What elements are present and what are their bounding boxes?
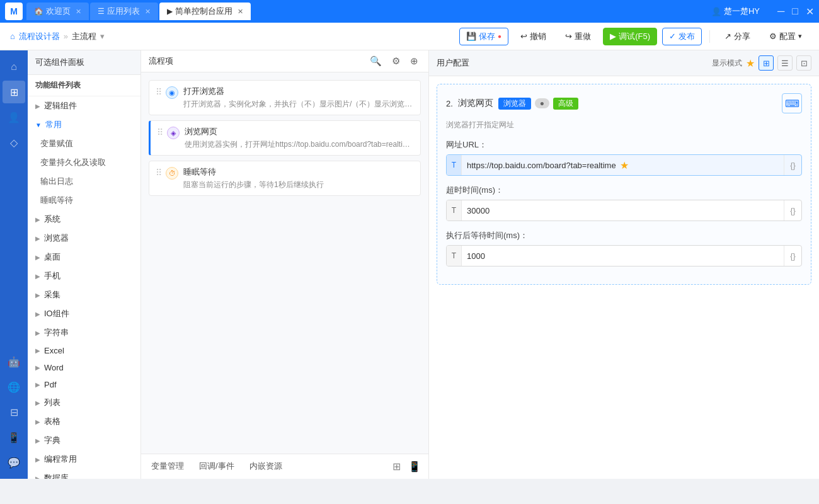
publish-button[interactable]: ✓ 发布 (662, 28, 702, 45)
sidebar-icon-person[interactable]: 👤 (3, 106, 25, 129)
redo-button[interactable]: ↪ 重做 (558, 28, 598, 45)
item-variable-persist[interactable]: 变量持久化及读取 (28, 153, 140, 172)
flow-canvas: 流程项 🔍 ⚙ ⊕ ⠿ ◉ 打开浏览器 打开浏览器，实例化对象，并执行（不）显示… (141, 50, 428, 479)
windows-icon[interactable]: ⊞ (392, 461, 401, 472)
config-dropdown-icon: ▾ (798, 32, 802, 40)
group-coding[interactable]: ▶ 编程常用 (28, 450, 140, 469)
save-button[interactable]: 💾 保存 ● (459, 28, 508, 45)
wait-after-input-value[interactable]: 1000 (462, 246, 784, 266)
undo-button[interactable]: ↩ 撤销 (513, 28, 553, 45)
breadcrumb-home[interactable]: 流程设计器 (19, 31, 60, 42)
minimize-button[interactable]: ─ (777, 6, 784, 17)
publish-icon: ✓ (669, 32, 676, 41)
url-input-row[interactable]: T https://top.baidu.com/board?tab=realti… (446, 154, 802, 176)
tab-embedded-resource[interactable]: 内嵌资源 (247, 454, 285, 479)
drag-handle-1: ⠿ (156, 87, 162, 97)
timeout-input-row[interactable]: T 30000 {} (446, 200, 802, 221)
group-database-label: 数据库 (44, 472, 69, 479)
group-word[interactable]: ▶ Word (28, 359, 140, 376)
flow-item-3[interactable]: ⠿ ⏱ 睡眠等待 阻塞当前运行的步骤，等待1秒后继续执行 (149, 161, 421, 196)
debug-button[interactable]: ▶ 调试(F5) (603, 28, 657, 45)
close-button[interactable]: ✕ (806, 6, 814, 18)
group-common[interactable]: ▼ 常用 (28, 115, 140, 134)
flow-item-2[interactable]: ⠿ ◈ 浏览网页 使用浏览器实例，打开网址https://top.baidu.c… (149, 120, 421, 156)
group-mobile[interactable]: ▶ 手机 (28, 266, 140, 285)
wait-after-suffix-btn[interactable]: {} (784, 246, 801, 266)
group-capture-label: 采集 (44, 289, 60, 301)
item-output-log[interactable]: 输出日志 (28, 172, 140, 191)
flow-item-3-icon: ⏱ (166, 167, 178, 180)
view-btn-2[interactable]: ☰ (777, 55, 793, 71)
config-button[interactable]: ⚙ 配置 ▾ (762, 28, 809, 45)
url-input-value[interactable]: https://top.baidu.com/board?tab=realtime… (462, 155, 784, 175)
sidebar-icon-chat[interactable]: 💬 (3, 451, 25, 474)
flow-item-1-title: 打开浏览器 (183, 86, 414, 97)
group-table[interactable]: ▶ 表格 (28, 412, 140, 431)
group-io[interactable]: ▶ IO组件 (28, 304, 140, 323)
flow-item-1[interactable]: ⠿ ◉ 打开浏览器 打开浏览器，实例化对象，并执行（不）显示图片/（不）显示浏览… (149, 80, 421, 115)
flow-item-1-icon: ◉ (166, 86, 178, 99)
sidebar-icon-robot[interactable]: 🤖 (3, 350, 25, 373)
tab-simple-console[interactable]: ▶ 简单控制台应用 ✕ (159, 3, 251, 20)
group-system[interactable]: ▶ 系统 (28, 210, 140, 229)
sidebar-icon-windows[interactable]: ⊟ (3, 401, 25, 423)
item-variable-assign[interactable]: 变量赋值 (28, 134, 140, 153)
sidebar-icon-home[interactable]: ⌂ (3, 55, 25, 78)
share-button[interactable]: ↗ 分享 (718, 28, 757, 45)
group-string[interactable]: ▶ 字符串 (28, 323, 140, 342)
breadcrumb-separator: » (64, 32, 68, 41)
timeout-suffix-btn[interactable]: {} (784, 200, 801, 220)
search-icon[interactable]: 🔍 (367, 54, 384, 68)
config-card-subtitle: 浏览器打开指定网址 (446, 120, 802, 130)
group-capture[interactable]: ▶ 采集 (28, 285, 140, 304)
toolbar-separator (709, 30, 710, 43)
group-excel[interactable]: ▶ Excel (28, 342, 140, 359)
publish-label: 发布 (679, 31, 695, 42)
maximize-button[interactable]: □ (792, 6, 798, 17)
group-logic[interactable]: ▶ 逻辑组件 (28, 96, 140, 115)
add-icon[interactable]: ⊕ (408, 54, 421, 68)
tab-callback-event[interactable]: 回调/事件 (197, 454, 237, 479)
flow-item-2-content: 浏览网页 使用浏览器实例，打开网址https://top.baidu.com/b… (185, 126, 414, 150)
config-card-name: 浏览网页 (458, 98, 493, 109)
chevron-right-icon-13: ▶ (35, 418, 40, 425)
timeout-value-text: 30000 (467, 206, 490, 215)
tab-welcome-close[interactable]: ✕ (76, 8, 81, 16)
view-btn-3[interactable]: ⊡ (796, 55, 811, 71)
group-list[interactable]: ▶ 列表 (28, 393, 140, 412)
wait-after-input-row[interactable]: T 1000 {} (446, 245, 802, 266)
sidebar-icon-globe[interactable]: 🌐 (3, 375, 25, 398)
chevron-right-icon-9: ▶ (35, 347, 40, 354)
group-database[interactable]: ▶ 数据库 (28, 469, 140, 479)
settings-icon[interactable]: ⚙ (389, 54, 403, 68)
tab-welcome[interactable]: 🏠 欢迎页 ✕ (26, 3, 89, 20)
advanced-toggle[interactable]: ● 高级 (535, 98, 582, 110)
view-btn-1[interactable]: ⊞ (759, 55, 774, 71)
sidebar-icon-mobile[interactable]: 📱 (3, 426, 25, 449)
group-desktop[interactable]: ▶ 桌面 (28, 248, 140, 266)
sidebar-icon-grid[interactable]: ⊞ (3, 81, 25, 103)
config-header-right: 显示模式 ★ ⊞ ☰ ⊡ (712, 55, 811, 71)
tab-console-close[interactable]: ✕ (238, 8, 243, 16)
chevron-down-icon[interactable]: ▾ (100, 32, 105, 41)
url-label: 网址URL： (446, 139, 802, 151)
tab-app-list-close[interactable]: ✕ (145, 8, 151, 16)
tab-variable-manage[interactable]: 变量管理 (149, 454, 186, 479)
toggle-switch[interactable]: ● (535, 98, 549, 108)
panel-subtitle-text: 功能组件列表 (35, 81, 81, 89)
item-sleep-wait[interactable]: 睡眠等待 (28, 191, 140, 210)
chevron-right-icon-10: ▶ (35, 364, 40, 371)
group-browser[interactable]: ▶ 浏览器 (28, 229, 140, 248)
drag-handle-3: ⠿ (156, 168, 162, 178)
tab-app-list[interactable]: ☰ 应用列表 ✕ (90, 3, 158, 20)
timeout-input-value[interactable]: 30000 (462, 200, 784, 220)
mobile-icon[interactable]: 📱 (408, 461, 421, 472)
save-icon: 💾 (466, 32, 476, 41)
group-pdf[interactable]: ▶ Pdf (28, 376, 140, 393)
group-dict[interactable]: ▶ 字典 (28, 431, 140, 450)
url-suffix-btn[interactable]: {} (784, 155, 801, 175)
sidebar-icon-code[interactable]: ◇ (3, 131, 25, 154)
item-variable-persist-label: 变量持久化及读取 (40, 157, 106, 168)
star-icon[interactable]: ★ (746, 57, 755, 69)
drag-handle-2: ⠿ (157, 127, 163, 137)
